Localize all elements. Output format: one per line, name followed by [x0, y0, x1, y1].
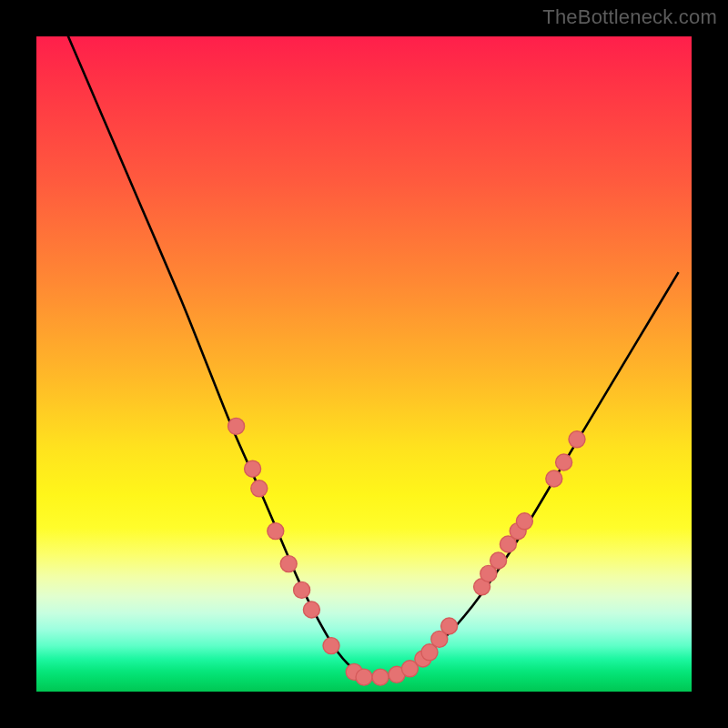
marker-point: [303, 602, 319, 618]
marker-point: [546, 470, 562, 487]
marker-point: [516, 513, 532, 530]
marker-point: [323, 638, 339, 654]
marker-point: [556, 454, 572, 470]
marker-point: [294, 581, 310, 598]
chart-frame: TheBottleneck.com: [0, 0, 728, 728]
marker-point: [490, 552, 507, 569]
marker-point: [268, 523, 284, 540]
marker-point: [441, 618, 458, 634]
chart-svg: [36, 36, 692, 692]
marker-point: [251, 480, 268, 497]
watermark-text: TheBottleneck.com: [542, 5, 717, 29]
bottleneck-curve: [63, 36, 679, 679]
plot-area: [36, 36, 692, 692]
marker-point: [280, 556, 297, 572]
marker-point: [245, 460, 261, 477]
marker-point: [372, 669, 389, 685]
marker-point: [569, 431, 585, 448]
marker-group: [228, 418, 585, 685]
marker-point: [228, 418, 245, 434]
marker-point: [356, 669, 372, 685]
